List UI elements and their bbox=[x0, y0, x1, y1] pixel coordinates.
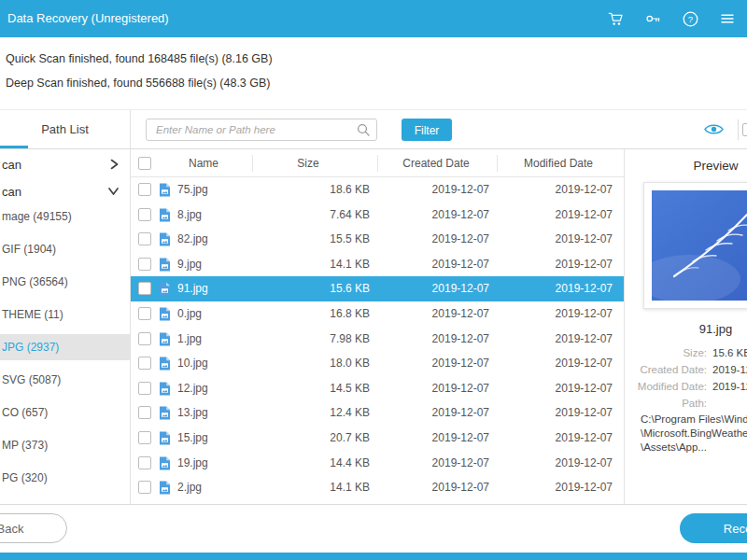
row-checkbox[interactable] bbox=[138, 258, 151, 271]
sidebar-item-label: SVG (5087) bbox=[2, 373, 61, 386]
sidebar-item-label: PNG (36564) bbox=[2, 275, 68, 288]
preview-path-line: \Microsoft.BingWeathe bbox=[641, 427, 747, 441]
preview-path-line: \Assets\App... bbox=[641, 441, 747, 455]
column-header-name[interactable]: Name bbox=[166, 149, 241, 177]
image-file-icon bbox=[159, 307, 171, 321]
tree-group-expanded[interactable]: can bbox=[0, 179, 130, 203]
menu-icon[interactable] bbox=[719, 10, 736, 27]
sidebar-item-label: GIF (1904) bbox=[2, 243, 56, 256]
row-checkbox[interactable] bbox=[138, 357, 151, 370]
titlebar: Data Recovery (Unregistered) ? bbox=[0, 0, 747, 37]
key-icon[interactable] bbox=[644, 10, 662, 27]
preview-field-label: Created Date: bbox=[625, 364, 707, 375]
row-checkbox[interactable] bbox=[138, 332, 151, 345]
sidebar-item[interactable]: JPG (2937) bbox=[0, 334, 130, 360]
file-modified-date: 2019-12-07 bbox=[510, 276, 613, 301]
image-file-icon bbox=[159, 258, 171, 272]
app-title: Data Recovery (Unregistered) bbox=[7, 0, 169, 37]
sidebar-item-label: THEME (11) bbox=[2, 308, 63, 321]
sidebar-item[interactable]: CO (657) bbox=[0, 399, 130, 426]
file-created-date: 2019-12-07 bbox=[387, 227, 489, 252]
row-checkbox[interactable] bbox=[138, 282, 151, 295]
file-modified-date: 2019-12-07 bbox=[510, 327, 613, 352]
table-row[interactable]: 75.jpg 18.6 KB 2019-12-07 2019-12-07 bbox=[131, 177, 624, 203]
row-checkbox[interactable] bbox=[138, 382, 151, 395]
row-checkbox[interactable] bbox=[138, 307, 151, 320]
table-row[interactable]: 19.jpg 14.4 KB 2019-12-07 2019-12-07 bbox=[131, 451, 624, 476]
preview-toggle-eye-icon[interactable] bbox=[704, 122, 724, 136]
sidebar-item[interactable]: GIF (1904) bbox=[0, 236, 130, 262]
table-row[interactable]: 0.jpg 16.8 KB 2019-12-07 2019-12-07 bbox=[131, 301, 624, 327]
file-created-date: 2019-12-07 bbox=[387, 301, 489, 327]
preview-path-line: C:\Program Files\Wind bbox=[641, 413, 747, 427]
file-created-date: 2019-12-07 bbox=[387, 376, 489, 401]
column-header-modified[interactable]: Modified Date bbox=[512, 149, 605, 177]
help-icon[interactable]: ? bbox=[682, 10, 699, 28]
deep-scan-status: Deep Scan finished, found 556688 file(s)… bbox=[6, 77, 271, 90]
image-file-icon bbox=[159, 481, 171, 495]
table-row[interactable]: 10.jpg 18.0 KB 2019-12-07 2019-12-07 bbox=[131, 351, 624, 376]
preview-field-label: Modified Date: bbox=[625, 381, 707, 392]
recover-button[interactable]: Recover bbox=[680, 513, 747, 543]
select-all-checkbox[interactable] bbox=[138, 157, 151, 170]
row-checkbox[interactable] bbox=[138, 481, 151, 494]
sidebar-item[interactable]: PNG (36564) bbox=[0, 269, 130, 295]
file-modified-date: 2019-12-07 bbox=[510, 301, 613, 327]
column-header-size[interactable]: Size bbox=[271, 149, 345, 177]
file-created-date: 2019-12-07 bbox=[387, 475, 489, 500]
file-created-date: 2019-12-07 bbox=[387, 451, 489, 476]
preview-details: Size: 15.6 KB Created Date: 2019-12-07 M… bbox=[625, 344, 747, 412]
table-row[interactable]: 8.jpg 7.64 KB 2019-12-07 2019-12-07 bbox=[131, 203, 624, 228]
table-row[interactable]: 91.jpg 15.6 KB 2019-12-07 2019-12-07 bbox=[131, 276, 624, 301]
image-file-icon bbox=[159, 456, 171, 470]
file-size: 18.6 KB bbox=[258, 177, 370, 203]
file-created-date: 2019-12-07 bbox=[387, 327, 489, 352]
row-checkbox[interactable] bbox=[138, 208, 151, 221]
file-size: 14.1 KB bbox=[258, 475, 370, 500]
toolbar-divider bbox=[738, 119, 739, 140]
file-size: 7.98 KB bbox=[258, 327, 370, 352]
sidebar-item[interactable]: MP (373) bbox=[0, 432, 130, 458]
sidebar-item[interactable]: THEME (11) bbox=[0, 301, 130, 328]
table-row[interactable]: 13.jpg 12.4 KB 2019-12-07 2019-12-07 bbox=[131, 400, 624, 426]
row-checkbox[interactable] bbox=[138, 406, 151, 419]
tree-group-label: can bbox=[2, 158, 21, 172]
table-row[interactable]: 1.jpg 7.98 KB 2019-12-07 2019-12-07 bbox=[131, 327, 624, 352]
table-row[interactable]: 82.jpg 15.5 KB 2019-12-07 2019-12-07 bbox=[131, 227, 624, 252]
sidebar-item-label: CO (657) bbox=[2, 406, 48, 419]
file-name: 13.jpg bbox=[177, 400, 208, 426]
tab-path-list[interactable]: Path List bbox=[0, 110, 131, 148]
file-size: 20.7 KB bbox=[258, 426, 370, 451]
table-row[interactable]: 15.jpg 20.7 KB 2019-12-07 2019-12-07 bbox=[131, 426, 624, 451]
cart-icon[interactable] bbox=[607, 10, 625, 27]
file-modified-date: 2019-12-07 bbox=[510, 426, 613, 451]
sidebar-item[interactable]: SVG (5087) bbox=[0, 367, 130, 393]
toolbar-row: Path List Filter bbox=[0, 110, 747, 149]
row-checkbox[interactable] bbox=[138, 183, 151, 196]
column-header-created[interactable]: Created Date bbox=[389, 149, 483, 177]
file-name: 19.jpg bbox=[177, 451, 208, 476]
file-size: 14.1 KB bbox=[258, 252, 370, 277]
sidebar-item[interactable]: mage (49155) bbox=[0, 203, 130, 230]
tree-group-label: can bbox=[2, 185, 21, 199]
sidebar-item[interactable]: PG (320) bbox=[0, 465, 130, 491]
table-row[interactable]: 12.jpg 14.5 KB 2019-12-07 2019-12-07 bbox=[131, 376, 624, 401]
table-row[interactable]: 9.jpg 14.1 KB 2019-12-07 2019-12-07 bbox=[131, 252, 624, 277]
header-separator bbox=[252, 155, 253, 172]
file-created-date: 2019-12-07 bbox=[387, 276, 489, 301]
row-checkbox[interactable] bbox=[138, 232, 151, 245]
filter-button[interactable]: Filter bbox=[402, 119, 452, 141]
view-toggle-icon[interactable] bbox=[742, 123, 747, 136]
file-created-date: 2019-12-07 bbox=[387, 351, 489, 376]
preview-field-value: 15.6 KB bbox=[712, 347, 747, 358]
table-row[interactable]: 2.jpg 14.1 KB 2019-12-07 2019-12-07 bbox=[131, 475, 624, 500]
back-button[interactable]: Back bbox=[0, 513, 67, 543]
tree-group-collapsed[interactable]: can bbox=[0, 149, 130, 179]
row-checkbox[interactable] bbox=[138, 431, 151, 444]
file-size: 18.0 KB bbox=[258, 351, 370, 376]
search-input[interactable] bbox=[146, 119, 377, 141]
chevron-right-icon bbox=[110, 160, 119, 170]
row-checkbox[interactable] bbox=[138, 456, 151, 469]
preview-field-label: Path: bbox=[625, 398, 707, 409]
preview-field-label: Size: bbox=[625, 347, 707, 358]
